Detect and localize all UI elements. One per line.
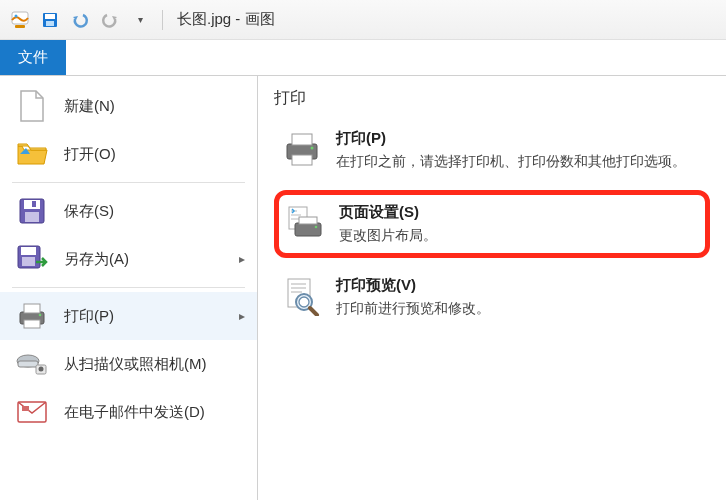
svg-point-16 [39,314,42,317]
svg-point-30 [315,225,318,228]
svg-rect-29 [299,217,317,224]
svg-point-20 [39,367,44,372]
open-folder-icon [16,138,48,170]
filename-text: 长图.jpg [177,10,231,27]
option-print-text: 打印(P) 在打印之前，请选择打印机、打印份数和其他打印选项。 [336,129,686,172]
menu-saveas-label: 另存为(A) [64,250,129,269]
printer-icon [16,300,48,332]
svg-point-33 [299,297,309,307]
title-separator [162,10,163,30]
printer-icon [282,129,322,169]
qat-customize-button[interactable]: ▾ [128,8,152,32]
svg-point-26 [311,147,314,150]
undo-qat-button[interactable] [68,8,92,32]
svg-rect-12 [22,257,35,266]
ribbon-tabs: 文件 [0,40,726,76]
menu-new[interactable]: 新建(N) [0,82,257,130]
option-print-desc: 在打印之前，请选择打印机、打印份数和其他打印选项。 [336,152,686,172]
chevron-right-icon: ▸ [239,309,245,323]
svg-rect-24 [292,134,312,145]
saveas-icon [16,243,48,275]
option-pagesetup-desc: 更改图片布局。 [339,226,437,246]
svg-rect-11 [21,247,36,255]
svg-rect-9 [32,201,36,207]
svg-rect-28 [295,223,321,236]
svg-rect-2 [15,25,25,28]
svg-rect-25 [292,155,312,165]
file-menu-left: 新建(N) 打开(O) 保存(S) 另存为(A) ▸ [0,76,258,500]
title-bar: ▾ 长图.jpg - 画图 [0,0,726,40]
menu-open-label: 打开(O) [64,145,116,164]
title-sep-text: - [231,10,244,27]
menu-print-label: 打印(P) [64,307,114,326]
menu-email[interactable]: 在电子邮件中发送(D) [0,388,257,436]
menu-save-label: 保存(S) [64,202,114,221]
svg-rect-15 [24,320,40,328]
svg-rect-22 [22,406,29,411]
menu-scanner[interactable]: 从扫描仪或照相机(M) [0,340,257,388]
option-preview-desc: 打印前进行预览和修改。 [336,299,490,319]
menu-scanner-label: 从扫描仪或照相机(M) [64,355,207,374]
menu-saveas[interactable]: 另存为(A) ▸ [0,235,257,283]
menu-print[interactable]: 打印(P) ▸ [0,292,257,340]
page-setup-icon [285,203,325,243]
svg-rect-4 [45,14,55,19]
svg-point-1 [15,14,18,17]
option-preview-text: 打印预览(V) 打印前进行预览和修改。 [336,276,490,319]
file-menu-body: 新建(N) 打开(O) 保存(S) 另存为(A) ▸ [0,76,726,500]
svg-rect-18 [18,361,38,367]
option-print[interactable]: 打印(P) 在打印之前，请选择打印机、打印份数和其他打印选项。 [274,119,710,182]
print-preview-icon [282,276,322,316]
option-print-title: 打印(P) [336,129,686,148]
panel-title: 打印 [274,88,710,109]
scanner-camera-icon [16,348,48,380]
chevron-right-icon: ▸ [239,252,245,266]
menu-separator [12,287,245,288]
window-title: 长图.jpg - 画图 [177,10,275,29]
menu-open[interactable]: 打开(O) [0,130,257,178]
redo-qat-button[interactable] [98,8,122,32]
menu-separator [12,182,245,183]
svg-rect-5 [46,21,54,26]
app-icon [8,8,32,32]
option-page-setup[interactable]: 页面设置(S) 更改图片布局。 [274,190,710,259]
option-pagesetup-title: 页面设置(S) [339,203,437,222]
save-qat-button[interactable] [38,8,62,32]
option-pagesetup-text: 页面设置(S) 更改图片布局。 [339,203,437,246]
appname-text: 画图 [245,10,275,27]
save-icon [16,195,48,227]
option-print-preview[interactable]: 打印预览(V) 打印前进行预览和修改。 [274,266,710,329]
new-icon [16,90,48,122]
svg-rect-14 [24,304,40,313]
option-preview-title: 打印预览(V) [336,276,490,295]
email-icon [16,396,48,428]
menu-save[interactable]: 保存(S) [0,187,257,235]
print-options-list: 打印(P) 在打印之前，请选择打印机、打印份数和其他打印选项。 页面设置(S) … [274,119,710,329]
svg-rect-8 [25,212,39,222]
print-submenu-panel: 打印 打印(P) 在打印之前，请选择打印机、打印份数和其他打印选项。 页面设置(… [258,76,726,500]
tab-file[interactable]: 文件 [0,40,66,75]
menu-new-label: 新建(N) [64,97,115,116]
menu-email-label: 在电子邮件中发送(D) [64,403,205,422]
